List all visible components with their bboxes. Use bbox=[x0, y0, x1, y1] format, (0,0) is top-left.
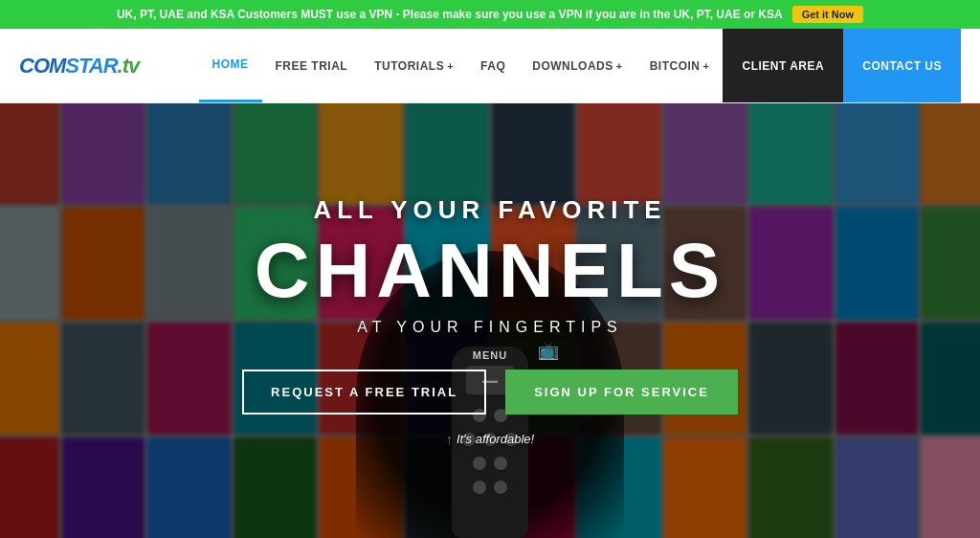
nav-faq[interactable]: FAQ bbox=[467, 29, 519, 102]
nav-free-trial[interactable]: FREE TRIAL bbox=[262, 29, 362, 102]
hero-subtitle: ALL YOUR FAVORITE bbox=[242, 195, 738, 225]
bitcoin-dropdown-icon: + bbox=[703, 60, 710, 72]
hero-tagline: AT YOUR FINGERTIPS bbox=[242, 319, 738, 336]
hero-content: ALL YOUR FAVORITE CHANNELS AT YOUR FINGE… bbox=[242, 195, 738, 447]
nav-client-area[interactable]: CLIENT AREA bbox=[723, 29, 843, 102]
remote-btn-9 bbox=[494, 481, 507, 494]
remote-btn-8 bbox=[473, 481, 486, 494]
nav-tutorials[interactable]: TUTORIALS + bbox=[361, 29, 467, 102]
sign-up-button[interactable]: SIGN UP FOR SERVICE bbox=[505, 370, 738, 415]
remote-btn-7 bbox=[494, 457, 507, 470]
nav-contact-us[interactable]: CONTACT US bbox=[843, 29, 961, 102]
hero-section: ▬▬ MENU 📺 ALL YOUR FAVORITE CHANNELS AT … bbox=[0, 103, 980, 538]
nav-home[interactable]: HOME bbox=[199, 29, 262, 102]
nav-downloads[interactable]: DOWNLOADS + bbox=[519, 29, 635, 102]
get-it-now-button[interactable]: Get it Now bbox=[792, 6, 863, 23]
remote-buttons-row3 bbox=[473, 457, 507, 470]
header: COMSTAR.tv HOME FREE TRIAL TUTORIALS + F… bbox=[0, 29, 980, 103]
affordable-text: It's affordable! bbox=[457, 432, 534, 446]
downloads-dropdown-icon: + bbox=[616, 60, 623, 72]
affordable-note: ↑ It's affordable! bbox=[242, 432, 738, 447]
hero-title: CHANNELS bbox=[242, 233, 738, 309]
remote-buttons-row4 bbox=[473, 481, 507, 494]
tutorials-dropdown-icon: + bbox=[447, 60, 454, 72]
request-trial-button[interactable]: REQUEST A FREE TRIAL bbox=[242, 370, 486, 415]
site-logo[interactable]: COMSTAR.tv bbox=[19, 54, 139, 78]
remote-btn-6 bbox=[473, 457, 486, 470]
up-arrow-icon: ↑ bbox=[446, 432, 453, 447]
top-banner: UK, PT, UAE and KSA Customers MUST use a… bbox=[0, 0, 980, 29]
nav-bitcoin[interactable]: BITCOIN + bbox=[636, 29, 724, 102]
banner-message: UK, PT, UAE and KSA Customers MUST use a… bbox=[117, 8, 783, 21]
main-nav: HOME FREE TRIAL TUTORIALS + FAQ DOWNLOAD… bbox=[199, 29, 961, 102]
hero-buttons: REQUEST A FREE TRIAL SIGN UP FOR SERVICE bbox=[242, 370, 738, 415]
